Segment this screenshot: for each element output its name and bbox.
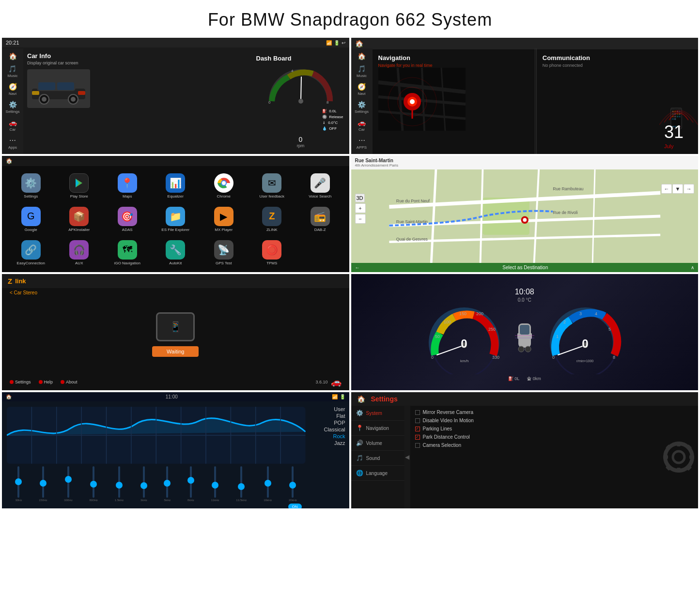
eq-track-10[interactable] (240, 466, 242, 498)
option-camera-selection[interactable]: Camera Selection (415, 443, 655, 448)
app-adas[interactable]: 🎯 ADAS (104, 207, 151, 232)
map-left-btn[interactable]: ← (661, 184, 672, 194)
settings-system-item[interactable]: ⚙️ System (351, 406, 404, 421)
map-right-btn[interactable]: → (684, 184, 694, 194)
app-apkinstaller[interactable]: 📦 APKInstaller (56, 207, 103, 232)
eq-toggle[interactable]: ON (288, 504, 302, 508)
app-voicesearch[interactable]: 🎤 Voice Search (297, 173, 343, 199)
p7-home-icon[interactable]: 🏠 (6, 394, 12, 399)
preset-classical[interactable]: Classical (324, 427, 345, 432)
app-autokit[interactable]: 🔧 AutoKit (153, 240, 199, 265)
eq-track-1[interactable] (17, 466, 19, 498)
eq-track-5[interactable] (118, 466, 120, 498)
eq-ch-3[interactable]: 300Hz (64, 466, 72, 502)
option-parking-lines[interactable]: ✓ Parking Lines (415, 426, 655, 431)
waiting-button[interactable]: Waiting (152, 346, 199, 357)
eq-track-9[interactable] (214, 466, 216, 498)
eq-thumb-3[interactable] (65, 476, 72, 483)
eq-thumb-5[interactable] (116, 482, 123, 489)
disable-video-checkbox[interactable] (415, 418, 420, 423)
eq-thumb-9[interactable] (212, 482, 218, 489)
app-esfileexplorer[interactable]: 📁 ES File Explorer (153, 207, 199, 232)
sidebar-settings[interactable]: ⚙️ Settings (6, 101, 20, 114)
destination-label[interactable]: Select as Destination (502, 265, 548, 270)
eq-track-8[interactable] (190, 466, 192, 498)
preset-rock[interactable]: Rock (333, 433, 345, 439)
option-mirror-reverse[interactable]: Mirror Reverse Camera (415, 410, 655, 415)
map-up-btn[interactable]: ▼ (672, 184, 683, 194)
app-dabz[interactable]: 📻 DAB-Z (297, 207, 343, 232)
app-gpstest[interactable]: 📡 GPS Test (201, 240, 247, 265)
map-body[interactable]: Rue du Pont Neuf Rue Saint-Martin Quai d… (351, 169, 699, 263)
settings-language-item[interactable]: 🌐 Language (351, 466, 404, 481)
parking-lines-checkbox[interactable]: ✓ (415, 427, 420, 431)
eq-thumb-11[interactable] (264, 480, 271, 487)
p2-home-icon[interactable]: 🏠 (355, 40, 363, 47)
settings-sound-item[interactable]: 🎵 Sound (351, 451, 404, 466)
map-bottom-bar[interactable]: ← Select as Destination ∧ (351, 263, 699, 272)
eq-thumb-1[interactable] (15, 478, 22, 485)
app-equalizer[interactable]: 📊 Equalizer (153, 173, 199, 199)
p2-sidebar-home[interactable]: 🏠 (358, 52, 366, 60)
eq-thumb-12[interactable] (289, 482, 296, 489)
settings-volume-item[interactable]: 🔊 Volume (351, 436, 404, 451)
app-playstore[interactable]: Play Store (56, 173, 103, 199)
eq-track-7[interactable] (166, 466, 168, 498)
eq-ch-2[interactable]: 150Hz (39, 466, 47, 502)
eq-track-2[interactable] (42, 466, 44, 498)
eq-track-11[interactable] (267, 466, 269, 498)
zlink-back-btn[interactable]: < Car Stereo (2, 290, 349, 295)
map-zoom-out-btn[interactable]: − (355, 214, 366, 224)
map-nav-arrows[interactable]: ← ▼ → (661, 184, 694, 194)
settings-navigation-item[interactable]: 📍 Navigation (351, 421, 404, 436)
map-back-btn[interactable]: ← (355, 265, 360, 270)
p2-sidebar-navi[interactable]: 🧭 Navi (358, 83, 366, 96)
eq-thumb-7[interactable] (164, 480, 171, 487)
zlink-help-link[interactable]: Help (39, 380, 53, 384)
map-controls[interactable]: ← ▼ → (661, 184, 694, 194)
eq-track-12[interactable] (292, 466, 294, 498)
p8-home-icon[interactable]: 🏠 (357, 395, 365, 403)
p2-sidebar-apps[interactable]: ⋯ APPS (357, 137, 367, 150)
back-icon[interactable]: ↩ (342, 40, 345, 46)
eq-ch-10[interactable]: 13.5kHz (236, 466, 247, 502)
sidebar-navi[interactable]: 🧭 Navi (9, 83, 17, 96)
p2-sidebar-car[interactable]: 🚗 Car (358, 119, 366, 132)
app-tpms[interactable]: ⭕ TPMS (249, 240, 296, 265)
preset-flat[interactable]: Flat (336, 413, 345, 419)
eq-ch-12[interactable]: 20kHz (289, 466, 297, 502)
eq-track-3[interactable] (67, 466, 69, 498)
map-expand-btn[interactable]: ∧ (691, 265, 694, 270)
eq-ch-6[interactable]: 3kHz (140, 466, 147, 502)
app-mxplayer[interactable]: ▶ MX Player (201, 207, 247, 232)
preset-pop[interactable]: POP (334, 420, 345, 426)
eq-thumb-4[interactable] (90, 481, 97, 488)
preset-jazz[interactable]: Jazz (334, 440, 345, 446)
app-zlink[interactable]: Z ZLINK (249, 207, 296, 232)
eq-thumb-10[interactable] (238, 483, 245, 490)
eq-ch-8[interactable]: 8kHz (187, 466, 194, 502)
app-aux[interactable]: 🎧 AUX (56, 240, 103, 265)
p3-home-icon[interactable]: 🏠 (6, 158, 13, 164)
eq-ch-1[interactable]: 30Hz (15, 466, 22, 502)
sidebar-music[interactable]: 🎵 Music (8, 65, 18, 78)
preset-user[interactable]: User (334, 406, 345, 412)
eq-ch-9[interactable]: 11kHz (211, 466, 219, 502)
mirror-reverse-checkbox[interactable] (415, 410, 420, 415)
zlink-about-link[interactable]: About (61, 380, 78, 384)
sidebar-home[interactable]: 🏠 (9, 52, 17, 60)
sidebar-apps[interactable]: ⋯ Apps (8, 137, 17, 150)
eq-thumb-8[interactable] (187, 477, 194, 484)
eq-thumb-2[interactable] (40, 480, 47, 487)
eq-track-4[interactable] (93, 466, 94, 498)
app-easyconnection[interactable]: 🔗 EasyConnection (8, 240, 54, 265)
eq-ch-7[interactable]: 5kHz (164, 466, 171, 502)
eq-ch-5[interactable]: 1.5kHz (115, 466, 124, 502)
app-settings[interactable]: ⚙️ Settings (8, 173, 54, 199)
p2-sidebar-music[interactable]: 🎵 Music (357, 65, 367, 78)
app-igonavigation[interactable]: 🗺 iGO Navigation (104, 240, 151, 265)
eq-ch-11[interactable]: 16kHz (264, 466, 272, 502)
app-google[interactable]: G Google (8, 207, 54, 232)
zlink-settings-link[interactable]: Settings (10, 380, 31, 384)
camera-selection-checkbox[interactable] (415, 443, 420, 448)
